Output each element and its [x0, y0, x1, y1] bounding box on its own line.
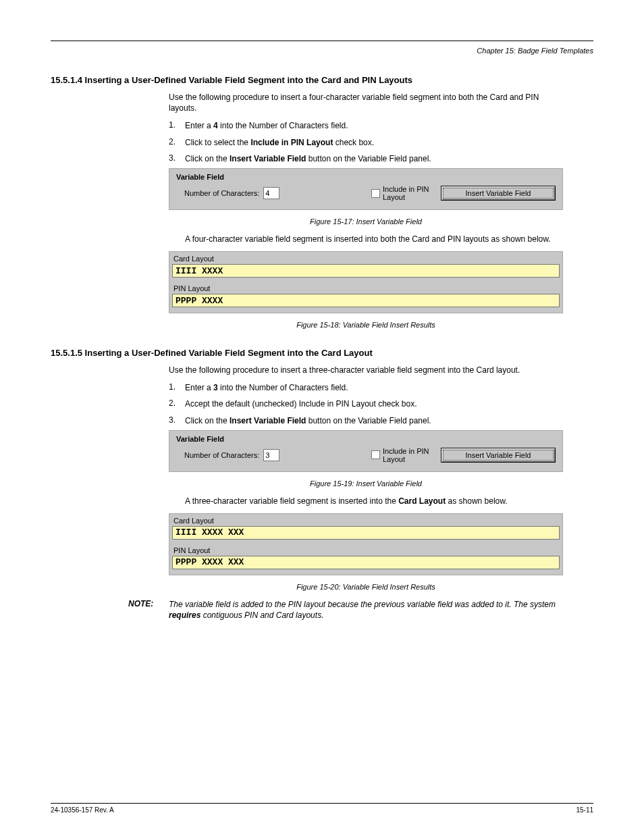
step-1-b: 4 — [213, 121, 218, 130]
variable-field-panel-2: Variable Field Number of Characters: Inc… — [169, 430, 563, 472]
step-3-num: 3. — [169, 153, 185, 164]
top-rule — [51, 41, 593, 41]
step2-3-a: Click on the — [185, 416, 230, 425]
step2-1-a: Enter a — [185, 383, 213, 392]
result2-b: Card Layout — [398, 496, 446, 506]
panel1-check-label: Include in PIN Layout — [383, 185, 430, 201]
note-label: NOTE: — [128, 599, 153, 608]
result2-a: A three-character variable field segment… — [185, 496, 398, 506]
result-text-1: A four-character variable field segment … — [185, 234, 563, 244]
panel2-num-input[interactable] — [263, 449, 279, 461]
note-a: The variable field is added to the PIN l… — [169, 600, 556, 609]
step2-2-num: 2. — [169, 398, 185, 409]
header-chapter: Chapter 15: Badge Field Templates — [51, 47, 593, 55]
section-heading-1: 15.5.1.4 Inserting a User-Defined Variab… — [51, 75, 593, 85]
panel1-num-label: Number of Characters: — [184, 189, 259, 197]
panel1-insert-button[interactable]: Insert Variable Field — [441, 186, 556, 201]
panel2-include-checkbox[interactable] — [371, 450, 380, 459]
figure-caption-20: Figure 15-20: Variable Field Insert Resu… — [169, 582, 563, 592]
pin-layout-value-1: PPPP XXXX — [172, 294, 560, 307]
intro-paragraph: Use the following procedure to insert a … — [169, 92, 563, 113]
page-footer: 24-10356-157 Rev. A 15-11 — [51, 803, 593, 814]
step2-1-b: 3 — [213, 383, 218, 392]
step2-2-text: Accept the default (unchecked) Include i… — [185, 398, 417, 409]
figure-caption-18: Figure 15-18: Variable Field Insert Resu… — [169, 320, 563, 330]
layouts-panel-2: Card Layout IIII XXXX XXX PIN Layout PPP… — [169, 513, 563, 575]
step-1-num: 1. — [169, 120, 185, 131]
panel2-check-label: Include in PIN Layout — [383, 447, 430, 463]
step-3-a: Click on the — [185, 154, 230, 163]
panel2-title: Variable Field — [176, 435, 556, 443]
layouts-panel-1: Card Layout IIII XXXX PIN Layout PPPP XX… — [169, 251, 563, 313]
step2-1-num: 1. — [169, 382, 185, 393]
variable-field-panel-1: Variable Field Number of Characters: Inc… — [169, 168, 563, 210]
step2-3: 3. Click on the Insert Variable Field bu… — [169, 415, 563, 426]
step2-3-c: button on the Variable Field panel. — [306, 416, 431, 425]
panel2-insert-button[interactable]: Insert Variable Field — [441, 448, 556, 463]
panel2-num-label: Number of Characters: — [184, 451, 259, 459]
pin-layout-label-2: PIN Layout — [173, 546, 560, 554]
figure-caption-17: Figure 15-17: Insert Variable Field — [169, 217, 563, 227]
step-1: 1. Enter a 4 into the Number of Characte… — [169, 120, 563, 131]
step-2-num: 2. — [169, 137, 185, 148]
pin-layout-label-1: PIN Layout — [173, 284, 560, 292]
step2-1-c: into the Number of Characters field. — [218, 383, 348, 392]
panel1-title: Variable Field — [176, 173, 556, 181]
figure-caption-19: Figure 15-19: Insert Variable Field — [169, 479, 563, 489]
card-layout-value-2: IIII XXXX XXX — [172, 526, 560, 540]
step-2-a: Click to select the — [185, 138, 250, 147]
step-2-c: check box. — [333, 138, 374, 147]
step-3-b: Insert Variable Field — [230, 154, 306, 163]
step-1-c: into the Number of Characters field. — [218, 121, 348, 130]
step-3: 3. Click on the Insert Variable Field bu… — [169, 153, 563, 164]
second-paragraph: Use the following procedure to insert a … — [169, 365, 563, 375]
step-1-a: Enter a — [185, 121, 213, 130]
step-2: 2. Click to select the Include in PIN La… — [169, 137, 563, 148]
footer-date: 24-10356-157 Rev. A — [51, 806, 114, 814]
step2-2: 2. Accept the default (unchecked) Includ… — [169, 398, 563, 409]
panel1-include-checkbox[interactable] — [371, 189, 380, 198]
result2-c: as shown below. — [446, 496, 507, 506]
note-row: NOTE: The variable field is added to the… — [169, 599, 563, 621]
step-3-c: button on the Variable Field panel. — [306, 154, 431, 163]
pin-layout-value-2: PPPP XXXX XXX — [172, 556, 560, 569]
card-layout-value-1: IIII XXXX — [172, 264, 560, 278]
step2-1: 1. Enter a 3 into the Number of Characte… — [169, 382, 563, 393]
section-heading-2: 15.5.1.5 Inserting a User-Defined Variab… — [51, 348, 593, 358]
note-c: contiguous PIN and Card layouts. — [200, 610, 323, 620]
footer-page: 15-11 — [576, 806, 593, 814]
step2-3-b: Insert Variable Field — [230, 416, 306, 425]
note-b: requires — [169, 610, 200, 620]
step-2-b: Include in PIN Layout — [250, 138, 333, 147]
panel1-num-input[interactable] — [263, 187, 279, 199]
card-layout-label-1: Card Layout — [173, 255, 560, 263]
bottom-rule — [51, 803, 593, 804]
card-layout-label-2: Card Layout — [173, 517, 560, 525]
step2-3-num: 3. — [169, 415, 185, 426]
